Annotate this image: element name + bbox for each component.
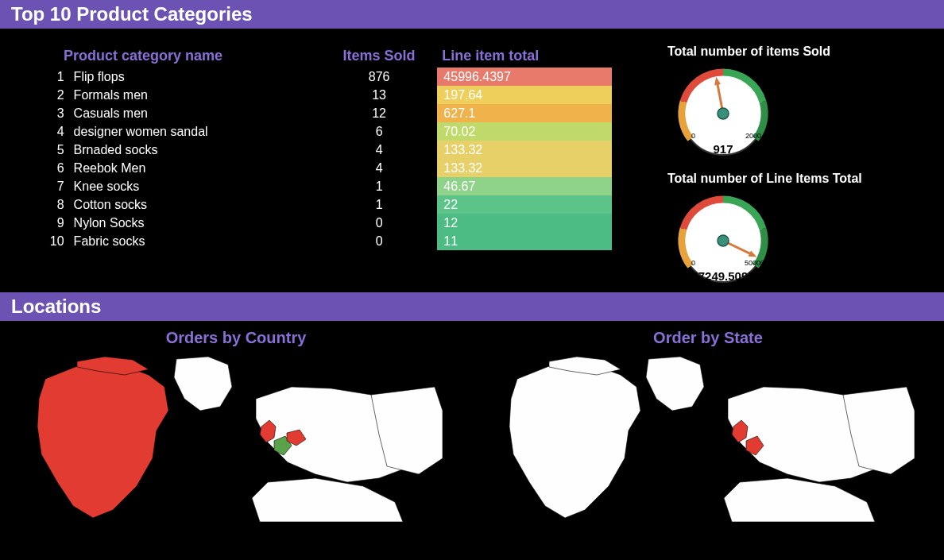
gauge1-max: 2000 [745,132,761,140]
col-category: Product category name [40,44,321,68]
section-header-top: Top 10 Product Categories [0,0,944,29]
map-block-country: Orders by Country [16,329,456,522]
gauge-line-items: Total number of Line Items Total 0 50000 [667,172,920,284]
map-state[interactable] [501,355,915,522]
row-name: Brnaded socks [69,141,321,159]
gauge2-min: 0 [691,259,695,267]
row-items: 1 [321,177,437,195]
row-name: designer women sandal [69,122,321,141]
row-lit: 11 [437,232,612,250]
table-row: 8Cotton socks122 [40,195,612,214]
row-items: 0 [321,232,437,250]
map-block-state: Order by State [488,329,928,522]
row-lit: 627.1 [437,104,612,122]
row-name: Nylon Socks [69,214,321,232]
row-rank: 6 [40,159,69,177]
row-lit: 133.32 [437,141,612,159]
table-row: 4designer women sandal670.02 [40,122,612,141]
gauge1-value: 917 [667,142,779,156]
row-lit: 70.02 [437,122,612,141]
row-lit: 22 [437,195,612,214]
map-title-country: Orders by Country [16,329,456,347]
row-lit: 12 [437,214,612,232]
row-lit: 197.64 [437,86,612,104]
row-lit: 133.32 [437,159,612,177]
table-row: 7Knee socks146.67 [40,177,612,195]
row-rank: 1 [40,68,69,86]
map-country[interactable] [29,355,443,522]
col-items: Items Sold [321,44,437,68]
product-table-block: Product category name Items Sold Line it… [40,44,612,284]
gauges-column: Total number of items Sold 0 2000 917 [612,44,920,284]
row-name: Cotton socks [69,195,321,214]
row-rank: 3 [40,104,69,122]
row-items: 6 [321,122,437,141]
gauge-title-2: Total number of Line Items Total [667,172,920,186]
gauge2-max: 50000 [745,259,764,267]
table-row: 10Fabric socks011 [40,232,612,250]
row-name: Knee socks [69,177,321,195]
maps-row: Orders by Country [0,321,944,522]
gauge-title-1: Total number of items Sold [667,44,920,59]
row-rank: 9 [40,214,69,232]
table-row: 6Reebok Men4133.32 [40,159,612,177]
gauge1-min: 0 [691,132,695,140]
section-header-locations: Locations [0,292,944,321]
table-row: 5Brnaded socks4133.32 [40,141,612,159]
row-lit: 45996.4397 [437,68,612,86]
row-items: 876 [321,68,437,86]
gauge2-value: 47249.5097 [667,269,779,283]
row-items: 4 [321,159,437,177]
row-rank: 7 [40,177,69,195]
row-name: Flip flops [69,68,321,86]
table-row: 1Flip flops87645996.4397 [40,68,612,86]
row-rank: 5 [40,141,69,159]
row-items: 13 [321,86,437,104]
table-row: 9Nylon Socks012 [40,214,612,232]
row-items: 1 [321,195,437,214]
row-name: Formals men [69,86,321,104]
svg-point-3 [718,108,729,119]
gauge-1: 0 2000 917 [667,62,779,157]
top-area: Product category name Items Sold Line it… [0,29,944,292]
row-items: 12 [321,104,437,122]
row-rank: 8 [40,195,69,214]
row-name: Casuals men [69,104,321,122]
table-row: 2Formals men13197.64 [40,86,612,104]
row-rank: 2 [40,86,69,104]
row-name: Reebok Men [69,159,321,177]
product-table: Product category name Items Sold Line it… [40,44,612,250]
gauge-2: 0 50000 47249.5097 [667,189,779,284]
map-title-state: Order by State [488,329,928,347]
gauge-items-sold: Total number of items Sold 0 2000 917 [667,44,920,157]
row-name: Fabric socks [69,232,321,250]
row-rank: 4 [40,122,69,141]
row-items: 0 [321,214,437,232]
table-row: 3Casuals men12627.1 [40,104,612,122]
row-lit: 46.67 [437,177,612,195]
row-rank: 10 [40,232,69,250]
col-lit: Line item total [437,44,612,68]
row-items: 4 [321,141,437,159]
svg-point-7 [718,235,729,246]
